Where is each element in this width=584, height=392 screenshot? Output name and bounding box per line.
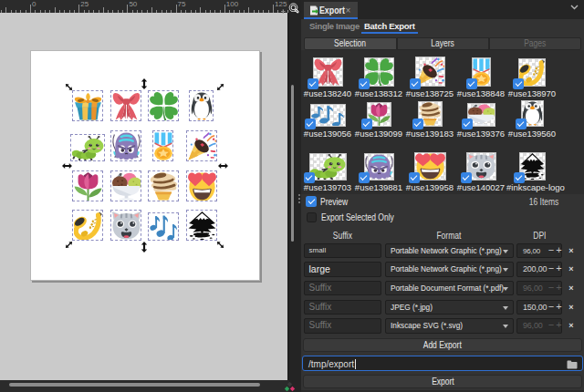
gift-emoji <box>74 92 102 120</box>
selected-object-soft[interactable] <box>148 170 179 201</box>
suffix-input[interactable]: small <box>304 243 381 259</box>
dock-menu-chevron-icon[interactable] <box>570 5 579 10</box>
selected-object-bowl[interactable] <box>110 170 141 201</box>
folder-icon[interactable] <box>567 360 578 369</box>
dpi-increase-button[interactable]: + <box>555 243 563 259</box>
preview-checkbox[interactable] <box>306 196 317 207</box>
dpi-increase-button[interactable]: + <box>555 281 563 296</box>
dpi-increase-button[interactable]: + <box>555 300 563 315</box>
scale-handle-nw[interactable] <box>65 83 73 91</box>
selected-object-caterpillar[interactable] <box>70 134 105 161</box>
scale-handle-n[interactable] <box>141 78 148 89</box>
dpi-increase-button[interactable]: + <box>555 318 563 334</box>
dropdown-arrow-icon <box>503 287 508 291</box>
segment-selection[interactable]: Selection <box>304 37 397 50</box>
soft-emoji <box>150 172 178 201</box>
canvas-area[interactable] <box>0 13 289 380</box>
batch-item-label: #use138725 <box>404 88 455 98</box>
selected-object-inkscape[interactable] <box>186 210 217 241</box>
scale-handle-ne[interactable] <box>216 83 224 91</box>
scale-handle-sw[interactable] <box>65 241 73 249</box>
scale-handle-se[interactable] <box>216 241 224 249</box>
format-dropdown[interactable]: Portable Network Graphic (*.png) <box>385 243 514 259</box>
batch-item-label: #use139099 <box>353 129 404 139</box>
remove-row-button[interactable]: × <box>567 300 576 315</box>
suffix-input[interactable]: large <box>304 262 381 277</box>
tab-single-image[interactable]: Single Image <box>309 21 360 35</box>
format-dropdown[interactable]: Portable Network Graphic (*.png) <box>385 262 514 277</box>
selected-object-clover[interactable] <box>148 90 179 121</box>
ruler-tick <box>127 5 128 13</box>
segment-layers[interactable]: Layers <box>397 37 489 50</box>
batch-item-label: #inkscape-logo <box>506 182 558 192</box>
export-selected-only-checkbox[interactable] <box>307 212 317 222</box>
selected-object-penguin[interactable] <box>189 90 214 121</box>
ruler-label: 25 <box>80 0 89 8</box>
selected-object-party[interactable] <box>186 130 217 161</box>
remove-row-button[interactable]: × <box>567 262 576 277</box>
export-table-headers: Suffix Format DPI <box>301 231 584 242</box>
vertical-scrollbar-thumb[interactable] <box>291 85 294 242</box>
dropdown-arrow-icon <box>503 268 508 272</box>
zoom-cursor <box>280 1 300 15</box>
format-dropdown[interactable]: Portable Document Format (*.pdf) <box>385 281 514 296</box>
color-managed-view-icon[interactable] <box>284 382 296 392</box>
export-icon <box>308 5 319 16</box>
scale-handle-w[interactable] <box>62 162 72 170</box>
selected-object-tulip[interactable] <box>72 170 103 201</box>
selected-object-heart[interactable] <box>186 170 217 201</box>
cat-emoji <box>112 211 141 240</box>
clover-emoji <box>150 92 178 120</box>
selected-object-gift[interactable] <box>72 90 103 121</box>
batch-item-label: #use139703 <box>302 182 353 192</box>
selected-object-sax[interactable] <box>72 210 103 241</box>
inkscape-emoji <box>188 211 216 240</box>
selected-object-medal[interactable] <box>152 130 173 161</box>
add-export-button[interactable]: Add Export <box>303 338 582 353</box>
format-dropdown-value: Portable Network Graphic (*.png) <box>391 244 502 258</box>
remove-row-button[interactable]: × <box>567 318 576 334</box>
selected-object-cat[interactable] <box>110 210 141 241</box>
add-export-button-label: Add Export <box>423 339 462 351</box>
ruler-label: 0 <box>32 0 36 8</box>
sax-emoji <box>74 211 102 240</box>
format-dropdown[interactable]: Inkscape SVG (*.svg) <box>385 318 514 334</box>
bowl-emoji <box>112 172 141 201</box>
export-path-field[interactable]: /tmp/export <box>302 356 583 371</box>
ruler-tick <box>224 5 225 13</box>
export-dialog-tab[interactable]: Export × <box>304 2 358 19</box>
scale-handle-s[interactable] <box>141 242 148 253</box>
selected-object-squid[interactable] <box>110 130 141 161</box>
horizontal-scrollbar-thumb[interactable] <box>9 383 260 387</box>
bow-emoji <box>112 92 141 120</box>
export-button[interactable]: Export <box>303 375 582 389</box>
segment-selection-label: Selection <box>335 38 367 49</box>
suffix-input[interactable]: Suffix <box>304 281 381 296</box>
party-emoji <box>188 132 216 160</box>
close-dialog-icon[interactable]: × <box>346 5 351 15</box>
remove-row-button[interactable]: × <box>567 243 576 259</box>
segment-pages-label: Pages <box>524 38 546 49</box>
horizontal-scrollbar[interactable] <box>0 380 289 392</box>
tab-batch-export[interactable]: Batch Export <box>364 21 415 35</box>
suffix-input[interactable]: Suffix <box>304 318 381 334</box>
pane-splitter-handle[interactable] <box>298 194 300 205</box>
format-dropdown[interactable]: JPEG (*.jpg) <box>385 300 514 315</box>
remove-row-button[interactable]: × <box>567 281 576 296</box>
batch-item-label: #use138312 <box>353 88 404 98</box>
batch-item-label: #use139560 <box>506 129 558 139</box>
suffix-input[interactable]: Suffix <box>304 300 381 315</box>
export-mode-tabs: Single Image Batch Export <box>301 19 584 35</box>
dropdown-arrow-icon <box>503 306 508 310</box>
batch-item-thumbnail[interactable] <box>309 153 347 181</box>
ruler-tick <box>78 5 79 13</box>
selected-object-notes[interactable] <box>148 212 179 241</box>
ruler-tick <box>273 5 274 13</box>
dpi-increase-button[interactable]: + <box>555 262 563 277</box>
segment-pages[interactable]: Pages <box>489 37 581 50</box>
preview-row: Preview 16 Items <box>301 194 584 210</box>
horizontal-ruler[interactable]: 0255075100125 <box>0 0 289 13</box>
selected-object-bow[interactable] <box>110 90 141 121</box>
scale-handle-e[interactable] <box>218 162 228 170</box>
header-dpi: DPI <box>516 231 562 241</box>
